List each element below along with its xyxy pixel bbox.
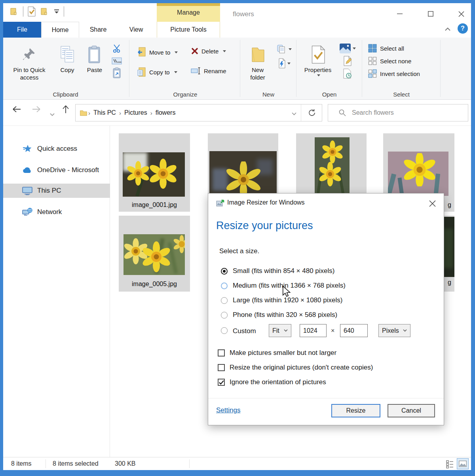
checkbox-smaller-not-larger[interactable]: Make pictures smaller but not larger <box>218 349 336 357</box>
size-option-small[interactable]: Small (fits within 854 × 480 pixels) <box>221 267 334 275</box>
explorer-window: flowers Manage File Home Share View Pict… <box>0 0 475 476</box>
units-select-value: Pixels <box>382 327 399 334</box>
dialog-close-icon[interactable] <box>426 197 438 209</box>
move-to-button[interactable]: Move to <box>137 47 178 57</box>
paste-shortcut-button[interactable] <box>111 68 123 78</box>
help-icon[interactable]: ? <box>458 23 468 34</box>
qat-customize-icon[interactable] <box>53 9 60 14</box>
dropdown-arrow-icon <box>353 47 356 49</box>
status-selected-count: 8 items selected <box>53 460 99 467</box>
breadcrumb-flowers[interactable]: flowers <box>153 109 178 116</box>
tab-file[interactable]: File <box>3 22 41 38</box>
collapse-ribbon-icon[interactable] <box>445 26 451 33</box>
delete-button[interactable]: Delete <box>191 47 226 55</box>
copy-path-button[interactable] <box>111 56 123 66</box>
delete-label: Delete <box>201 48 218 55</box>
qat-new-folder-icon[interactable] <box>40 7 49 16</box>
select-none-label: Select none <box>380 58 411 64</box>
sidebar-item-this-pc[interactable]: This PC <box>3 184 110 198</box>
pin-to-quick-access-button[interactable]: Pin to Quick access <box>6 43 52 81</box>
breadcrumb-this-pc[interactable]: This PC <box>91 109 118 116</box>
dialog-footer: Settings Resize Cancel <box>208 398 444 425</box>
address-bar[interactable]: › This PC › Pictures › flowers <box>75 104 322 121</box>
forward-button[interactable] <box>32 105 41 116</box>
select-all-button[interactable]: Select all <box>368 44 404 53</box>
checkbox-box-checked[interactable] <box>218 379 225 386</box>
tab-view[interactable]: View <box>117 22 155 38</box>
sidebar-label: OneDrive - Microsoft <box>37 166 99 174</box>
custom-width-input[interactable] <box>300 324 327 337</box>
qat-properties-icon[interactable] <box>27 6 36 17</box>
invert-selection-button[interactable]: Invert selection <box>368 69 420 78</box>
up-button[interactable] <box>62 104 70 116</box>
ribbon-separator <box>129 40 129 97</box>
checkbox-ignore-orientation[interactable]: Ignore the orientation of pictures <box>218 378 326 386</box>
manage-contextual-tab[interactable]: Manage <box>157 3 220 22</box>
checkbox-box[interactable] <box>218 349 225 357</box>
cancel-button[interactable]: Cancel <box>388 404 435 417</box>
this-pc-monitor-icon <box>22 186 32 195</box>
select-all-icon <box>368 44 377 53</box>
tab-share[interactable]: Share <box>79 22 117 38</box>
dropdown-arrow-icon <box>317 74 320 76</box>
ribbon-group-new: New folder New <box>241 38 296 99</box>
sidebar-item-onedrive[interactable]: OneDrive - Microsoft <box>3 163 110 177</box>
organize-group-label: Organize <box>131 91 240 98</box>
checkbox-box[interactable] <box>218 364 225 371</box>
sidebar-label: Quick access <box>37 145 77 153</box>
chevron-down-icon <box>284 329 288 332</box>
radio-medium[interactable] <box>221 283 228 289</box>
ribbon: Pin to Quick access Copy Paste Clipboard… <box>3 38 471 100</box>
file-item-image-0001[interactable]: image_0001.jpg <box>119 133 190 212</box>
custom-height-input[interactable] <box>340 324 368 337</box>
open-image-button[interactable] <box>337 43 358 53</box>
close-button[interactable] <box>454 8 468 20</box>
tab-picture-tools[interactable]: Picture Tools <box>157 22 220 38</box>
easy-access-button[interactable] <box>276 44 293 54</box>
minimize-button[interactable] <box>393 8 407 20</box>
ribbon-group-clipboard: Pin to Quick access Copy Paste Clipboard <box>3 38 128 99</box>
fit-select[interactable]: Fit <box>269 324 291 337</box>
new-item-button[interactable] <box>276 58 293 68</box>
radio-large[interactable] <box>221 297 228 304</box>
cut-button[interactable] <box>111 43 123 53</box>
search-box[interactable] <box>328 104 468 121</box>
size-option-custom[interactable]: Custom <box>221 324 256 335</box>
address-dropdown-icon[interactable] <box>292 110 296 117</box>
new-folder-icon <box>249 43 266 64</box>
paste-button[interactable]: Paste <box>82 43 108 74</box>
breadcrumb-pictures[interactable]: Pictures <box>122 109 150 116</box>
refresh-button[interactable] <box>308 108 316 119</box>
rename-button[interactable]: Rename <box>191 67 226 75</box>
properties-button[interactable]: Properties <box>301 43 335 76</box>
recent-locations-icon[interactable] <box>50 108 55 119</box>
sidebar-item-quick-access[interactable]: Quick access <box>3 142 110 156</box>
maximize-button[interactable] <box>424 8 437 20</box>
size-option-phone[interactable]: Phone (fits within 320 × 568 pixels) <box>221 311 337 319</box>
file-item-image-0005[interactable]: image_0005.jpg <box>119 216 190 292</box>
new-folder-button[interactable]: New folder <box>244 43 272 81</box>
tab-home[interactable]: Home <box>41 22 79 38</box>
thumbnail-view-button[interactable] <box>457 458 469 469</box>
settings-link[interactable]: Settings <box>216 406 240 414</box>
size-option-large[interactable]: Large (fits within 1920 × 1080 pixels) <box>221 296 342 304</box>
units-select[interactable]: Pixels <box>378 324 410 337</box>
select-none-button[interactable]: Select none <box>368 57 411 65</box>
explorer-app-icon[interactable] <box>10 7 19 16</box>
address-divider <box>301 104 301 121</box>
copy-to-button[interactable]: Copy to <box>137 67 177 77</box>
radio-phone[interactable] <box>221 312 228 319</box>
radio-custom[interactable] <box>221 327 228 334</box>
resize-button[interactable]: Resize <box>331 404 380 417</box>
details-view-button[interactable] <box>446 460 454 470</box>
checkbox-resize-originals[interactable]: Resize the original pictures (don't crea… <box>218 364 373 372</box>
edit-button[interactable] <box>337 56 358 66</box>
radio-small[interactable] <box>221 268 228 275</box>
sidebar-item-network[interactable]: Network <box>3 205 110 219</box>
copy-button[interactable]: Copy <box>55 43 80 74</box>
search-input[interactable] <box>352 109 451 116</box>
fit-select-value: Fit <box>272 327 279 334</box>
history-button[interactable] <box>337 68 358 79</box>
back-button[interactable] <box>12 105 21 116</box>
breadcrumb-chevron-icon: › <box>118 110 122 116</box>
